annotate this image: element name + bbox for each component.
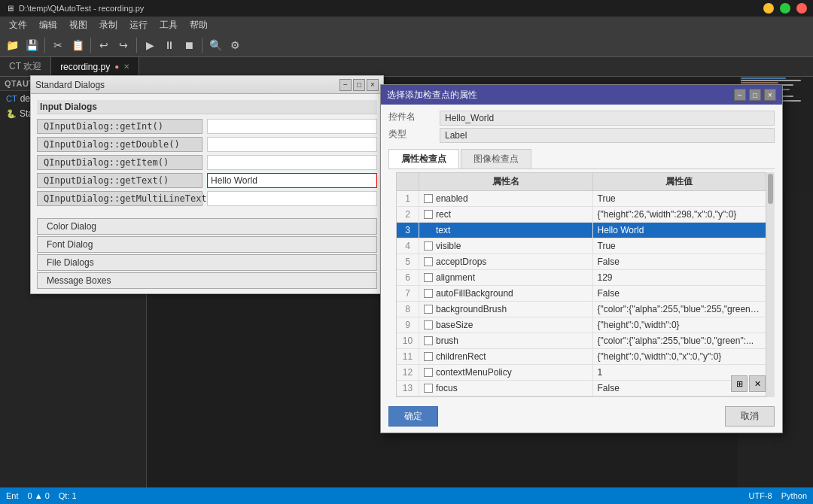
menu-run[interactable]: 运行: [123, 17, 154, 33]
prop-cancel-btn[interactable]: 取消: [725, 406, 775, 427]
corner-btn-group: ⊞ ✕: [731, 375, 766, 392]
prop-win-btns: − □ ×: [734, 89, 776, 101]
footer-btn-font[interactable]: Font Dialog: [37, 236, 377, 253]
close-button[interactable]: [796, 3, 807, 14]
dialog-input-getint[interactable]: [207, 119, 377, 134]
footer-btn-msgbox[interactable]: Message Boxes: [37, 272, 377, 289]
tab-bar: CT 欢迎 recording.py ● ✕: [0, 57, 813, 77]
row-7-checkbox[interactable]: [424, 289, 433, 298]
prop-title-bar: 选择添加检查点的属性 − □ ×: [381, 85, 782, 105]
toolbar-settings[interactable]: ⚙: [226, 36, 244, 54]
row-4-name-cell: visible: [419, 238, 593, 254]
row-12-name: contextMenuPolicy: [436, 367, 512, 378]
row-3-checkbox[interactable]: [424, 226, 433, 235]
row-6-name: alignment: [436, 272, 475, 283]
tab-recording[interactable]: recording.py ● ✕: [51, 57, 139, 76]
toolbar-open[interactable]: 📁: [3, 36, 21, 54]
dialog-row-getdouble: QInputDialog::getDouble(): [37, 137, 377, 152]
row-8-checkbox[interactable]: [424, 305, 433, 314]
tab-welcome[interactable]: CT 欢迎: [0, 57, 51, 76]
dialog-input-getdouble[interactable]: [207, 137, 377, 152]
dialog-btn-gettext[interactable]: QInputDialog::getText(): [37, 173, 202, 188]
row-13-checkbox[interactable]: [424, 384, 433, 393]
prop-tab-attr[interactable]: 属性检查点: [388, 149, 459, 169]
toolbar-play[interactable]: ▶: [141, 36, 159, 54]
menu-record[interactable]: 录制: [93, 17, 123, 33]
toolbar-save[interactable]: 💾: [23, 36, 41, 54]
footer-btn-color[interactable]: Color Dialog: [37, 218, 377, 235]
row-9-checkbox[interactable]: [424, 320, 433, 329]
toolbar-search[interactable]: 🔍: [206, 36, 224, 54]
row-11-checkbox[interactable]: [424, 352, 433, 361]
row-12-checkbox[interactable]: [424, 368, 433, 377]
row-10-value: {"color":{"alpha":255,"blue":0,"green":.…: [593, 333, 767, 348]
toolbar-pause[interactable]: ⏸: [160, 36, 178, 54]
type-value: Label: [440, 128, 775, 143]
row-5-checkbox[interactable]: [424, 257, 433, 266]
menu-file[interactable]: 文件: [3, 17, 33, 33]
prop-info-section: 控件名 Hello_World 类型 Label: [381, 105, 782, 146]
minimize-button[interactable]: [763, 3, 774, 14]
app-icon: 🖥: [6, 4, 14, 13]
row-3-value: Hello World: [593, 223, 767, 238]
toolbar-stop[interactable]: ⏹: [180, 36, 198, 54]
menu-tools[interactable]: 工具: [154, 17, 184, 33]
th-attr-value: 属性值: [593, 173, 767, 190]
row-4-checkbox[interactable]: [424, 241, 433, 250]
dialog-input-gettext[interactable]: [207, 173, 377, 188]
dialog-btn-getitem[interactable]: QInputDialog::getItem(): [37, 155, 202, 170]
row-6-checkbox[interactable]: [424, 273, 433, 282]
row-num-5: 5: [397, 254, 419, 269]
title-bar-left: 🖥 D:\temp\QtAutoTest - recording.py: [6, 4, 144, 13]
table-row[interactable]: 3 text Hello World: [397, 223, 766, 238]
std-dialogs-maximize[interactable]: □: [353, 79, 365, 91]
std-dialogs-minimize[interactable]: −: [340, 79, 352, 91]
prop-scrollbar-thumb[interactable]: [768, 174, 773, 204]
prop-footer: 确定 取消: [381, 400, 782, 433]
row-8-name: backgroundBrush: [436, 304, 507, 314]
row-10-checkbox[interactable]: [424, 336, 433, 345]
toolbar-cut[interactable]: ✂: [49, 36, 67, 54]
prop-maximize-btn[interactable]: □: [749, 89, 761, 101]
control-name-label: 控件名: [388, 111, 434, 126]
window-title: D:\temp\QtAutoTest - recording.py: [19, 4, 144, 13]
dialog-btn-getint[interactable]: QInputDialog::getInt(): [37, 119, 202, 134]
prop-minimize-btn[interactable]: −: [734, 89, 746, 101]
prop-tabs: 属性检查点 图像检查点: [388, 149, 775, 169]
dialog-input-getmulti[interactable]: [207, 191, 377, 206]
corner-btn-2[interactable]: ✕: [749, 375, 766, 392]
dialog-btn-getmultiline[interactable]: QInputDialog::getMultiLineText(): [37, 191, 202, 206]
menu-help[interactable]: 帮助: [184, 17, 214, 33]
toolbar-redo[interactable]: ↪: [114, 36, 132, 54]
footer-btn-file[interactable]: File Dialogs: [37, 254, 377, 271]
table-row: 13 focus False: [397, 381, 766, 396]
corner-btn-1[interactable]: ⊞: [731, 375, 748, 392]
row-num-1: 1: [397, 191, 419, 206]
row-1-checkbox[interactable]: [424, 194, 433, 203]
prop-confirm-btn[interactable]: 确定: [388, 406, 438, 427]
toolbar-undo[interactable]: ↩: [95, 36, 113, 54]
menu-edit[interactable]: 编辑: [33, 17, 63, 33]
prop-close-btn[interactable]: ×: [764, 89, 776, 101]
prop-tab-image[interactable]: 图像检查点: [461, 149, 531, 169]
tab-recording-close[interactable]: ✕: [123, 62, 129, 71]
row-13-name: focus: [436, 383, 458, 393]
row-num-2: 2: [397, 207, 419, 222]
row-6-name-cell: alignment: [419, 270, 593, 285]
std-dialogs-close[interactable]: ×: [367, 79, 379, 91]
prop-scrollbar[interactable]: [766, 172, 775, 397]
row-2-checkbox[interactable]: [424, 210, 433, 219]
row-1-value: True: [593, 191, 767, 206]
dialog-row-getint: QInputDialog::getInt(): [37, 119, 377, 134]
dialog-input-getitem[interactable]: [207, 155, 377, 170]
table-row: 12 contextMenuPolicy 1: [397, 365, 766, 381]
row-3-name-cell: text: [419, 223, 593, 238]
menu-view[interactable]: 视图: [63, 17, 93, 33]
dialog-btn-getdouble[interactable]: QInputDialog::getDouble(): [37, 137, 202, 152]
maximize-button[interactable]: [780, 3, 790, 14]
dialog-row-getmulti: QInputDialog::getMultiLineText(): [37, 191, 377, 206]
row-8-name-cell: backgroundBrush: [419, 302, 593, 317]
row-11-name: childrenRect: [436, 351, 486, 362]
std-dialogs-title-bar: Standard Dialogs − □ ×: [31, 76, 383, 94]
toolbar-copy[interactable]: 📋: [69, 36, 87, 54]
